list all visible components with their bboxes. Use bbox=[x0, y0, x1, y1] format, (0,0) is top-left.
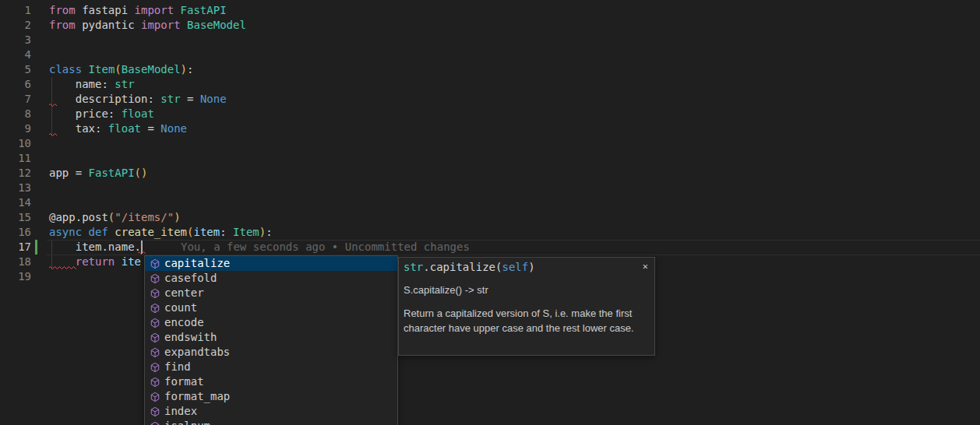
line-number: 7 bbox=[0, 92, 31, 107]
code-token: float bbox=[108, 122, 141, 135]
code-token: str bbox=[404, 261, 423, 273]
code-token: class bbox=[49, 63, 82, 76]
line-number: 3 bbox=[0, 33, 31, 47]
code-line[interactable]: 1from fastapi import FastAPI bbox=[0, 3, 980, 18]
code-text: item.name. bbox=[31, 240, 141, 255]
code-token: async def bbox=[49, 226, 115, 238]
code-line[interactable]: 8 price: float bbox=[0, 107, 980, 121]
code-line[interactable]: 12app = FastAPI() bbox=[0, 166, 980, 181]
suggestion-item[interactable]: count bbox=[145, 300, 397, 315]
code-line[interactable]: 4 bbox=[0, 47, 980, 62]
code-token: @app.post bbox=[49, 211, 108, 223]
line-number: 12 bbox=[0, 166, 31, 181]
code-text bbox=[31, 181, 49, 195]
code-token: = bbox=[181, 93, 200, 105]
code-text: app = FastAPI() bbox=[31, 166, 147, 181]
suggestion-item[interactable]: center bbox=[145, 286, 397, 300]
code-token: : bbox=[266, 226, 272, 238]
code-token bbox=[115, 255, 121, 268]
code-token: "/items/" bbox=[115, 211, 174, 223]
method-icon bbox=[149, 317, 161, 329]
method-icon bbox=[149, 406, 161, 418]
docs-description: Return a capitalized version of S, i.e. … bbox=[399, 296, 654, 335]
code-line[interactable]: 17 item.name. bbox=[0, 240, 980, 255]
suggestion-label: format_map bbox=[164, 389, 230, 404]
code-token: fastapi bbox=[76, 4, 135, 16]
line-number: 2 bbox=[0, 18, 31, 33]
suggestion-item[interactable]: isalnum bbox=[145, 419, 397, 425]
code-line[interactable]: 2from pydantic import BaseModel bbox=[0, 18, 980, 33]
code-line[interactable]: 14 bbox=[0, 195, 980, 210]
code-text: from pydantic import BaseModel bbox=[31, 18, 246, 33]
method-icon bbox=[149, 361, 161, 374]
method-icon bbox=[149, 272, 161, 285]
code-token: str bbox=[160, 93, 180, 105]
suggestion-list: capitalizecasefoldcentercountencodeendsw… bbox=[145, 256, 397, 425]
code-token: .capitalize( bbox=[423, 261, 502, 273]
suggestion-label: casefold bbox=[164, 271, 217, 286]
code-text: async def create_item(item: Item): bbox=[31, 225, 273, 240]
text-cursor bbox=[141, 241, 143, 254]
code-token: app = bbox=[49, 167, 89, 179]
code-line[interactable]: 13 bbox=[0, 181, 980, 195]
close-button[interactable]: ✕ bbox=[641, 259, 650, 273]
line-number: 17 bbox=[0, 240, 31, 255]
code-text: from fastapi import FastAPI bbox=[31, 3, 227, 18]
code-token: BaseModel bbox=[181, 19, 246, 31]
code-editor[interactable]: 1from fastapi import FastAPI2from pydant… bbox=[0, 0, 980, 425]
code-text: description: str = None bbox=[31, 92, 227, 107]
method-icon bbox=[149, 346, 161, 359]
autocomplete-popup[interactable]: capitalizecasefoldcentercountencodeendsw… bbox=[144, 255, 398, 425]
code-line[interactable]: 9 tax: float = None bbox=[0, 121, 980, 136]
code-token: from bbox=[49, 4, 76, 16]
git-blame-annotation: You, a few seconds ago • Uncommitted cha… bbox=[181, 240, 470, 255]
code-line[interactable]: 10 bbox=[0, 136, 980, 151]
code-token: import bbox=[141, 19, 181, 31]
code-text: class Item(BaseModel): bbox=[31, 62, 193, 77]
suggestion-item[interactable]: capitalize bbox=[145, 256, 397, 271]
suggestion-item[interactable]: encode bbox=[145, 315, 397, 330]
code-token: Item bbox=[89, 63, 115, 76]
code-line[interactable]: 7 description: str = None bbox=[0, 92, 980, 107]
code-line[interactable]: 6 name: str bbox=[0, 77, 980, 92]
code-token: Item bbox=[233, 226, 259, 238]
suggestion-item[interactable]: expandtabs bbox=[145, 345, 397, 360]
code-line[interactable]: 16async def create_item(item: Item): bbox=[0, 225, 980, 240]
method-icon bbox=[149, 376, 161, 388]
suggestion-item[interactable]: find bbox=[145, 360, 397, 374]
suggestion-item[interactable]: casefold bbox=[145, 271, 397, 286]
code-token: ) bbox=[528, 261, 534, 273]
suggestion-item[interactable]: format bbox=[145, 374, 397, 389]
code-line[interactable]: 11 bbox=[0, 151, 980, 166]
indent-guide bbox=[51, 77, 52, 136]
suggestion-label: index bbox=[164, 404, 197, 419]
line-number: 4 bbox=[0, 47, 31, 62]
suggestion-label: capitalize bbox=[164, 256, 230, 271]
code-text: tax: float = None bbox=[31, 121, 187, 136]
suggestion-label: center bbox=[164, 286, 204, 300]
suggestion-item[interactable]: format_map bbox=[145, 389, 397, 404]
code-token: pydantic bbox=[76, 19, 141, 31]
code-token: None bbox=[160, 122, 187, 135]
method-icon bbox=[149, 302, 161, 314]
code-text bbox=[31, 151, 49, 166]
code-line[interactable]: 3 bbox=[0, 33, 980, 47]
line-number: 16 bbox=[0, 225, 31, 240]
code-token: description: bbox=[49, 93, 160, 105]
code-token: None bbox=[200, 93, 227, 105]
suggestion-item[interactable]: index bbox=[145, 404, 397, 419]
code-token: price: bbox=[49, 107, 122, 120]
method-icon bbox=[149, 287, 161, 300]
docs-summary: S.capitalize() -> str bbox=[399, 273, 654, 296]
code-line[interactable]: 5class Item(BaseModel): bbox=[0, 62, 980, 77]
code-token bbox=[49, 255, 76, 268]
method-icon bbox=[149, 332, 161, 344]
method-icon bbox=[149, 391, 161, 403]
code-line[interactable]: 15@app.post("/items/") bbox=[0, 210, 980, 225]
code-token: ite bbox=[122, 255, 141, 268]
suggestion-docs: ✕ str.capitalize(self) S.capitalize() ->… bbox=[398, 257, 655, 356]
code-text bbox=[31, 195, 49, 210]
code-text bbox=[31, 33, 49, 47]
suggestion-item[interactable]: endswith bbox=[145, 330, 397, 345]
git-added-indicator bbox=[35, 240, 37, 255]
